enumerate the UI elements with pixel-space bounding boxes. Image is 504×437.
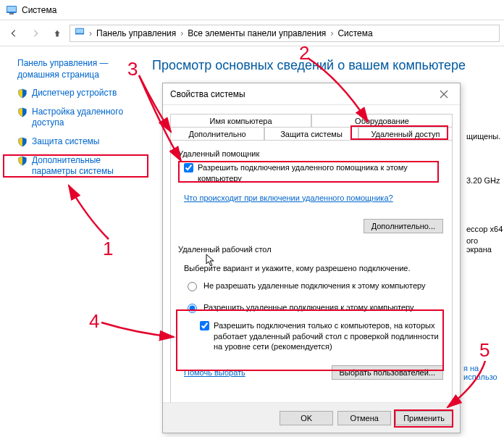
explorer-navbar: › Панель управления › Все элементы панел… — [0, 20, 504, 46]
up-button[interactable] — [48, 24, 67, 43]
system-icon — [6, 4, 17, 16]
rd-allow-input[interactable] — [188, 304, 197, 313]
select-users-button[interactable]: Выбрать пользователей... — [332, 365, 444, 380]
bg-text: щищены. — [466, 132, 500, 141]
rd-deny-label: Не разрешать удаленные подключения к это… — [203, 281, 426, 290]
sidebar: Панель управления — домашняя страница Ди… — [0, 46, 152, 437]
breadcrumb-item[interactable]: Все элементы панели управления — [188, 28, 326, 38]
remote-assist-what-link[interactable]: Что происходит при включении удаленного … — [184, 193, 393, 202]
sidebar-item-label: Дополнительные параметры системы — [32, 155, 145, 178]
cursor-icon — [206, 254, 216, 269]
remote-assist-advanced-button[interactable]: Дополнительно... — [364, 219, 443, 233]
allow-remote-assist-input[interactable] — [184, 163, 193, 172]
shield-icon — [17, 156, 28, 166]
tab-advanced[interactable]: Дополнительно — [170, 127, 264, 141]
sidebar-item-system-protection[interactable]: Защита системы — [17, 136, 145, 148]
rd-prompt: Выберите вариант и укажите, кому разреше… — [184, 264, 443, 272]
rd-deny-input[interactable] — [188, 282, 197, 291]
control-panel-home-link[interactable]: Панель управления — домашняя страница — [17, 58, 145, 80]
rd-allow-radio[interactable]: Разрешить удаленные подключения к этому … — [184, 301, 443, 313]
sidebar-item-label: Защита системы — [32, 136, 99, 148]
dialog-title: Свойства системы — [170, 89, 245, 99]
window-titlebar: Система — [0, 0, 504, 20]
shield-icon — [17, 88, 28, 99]
chevron-right-icon: › — [88, 28, 93, 38]
chevron-right-icon: › — [329, 28, 335, 38]
svg-rect-4 — [76, 29, 84, 33]
tab-remote[interactable]: Удаленный доступ — [358, 127, 453, 141]
sidebar-item-advanced-settings[interactable]: Дополнительные параметры системы — [17, 155, 145, 178]
shield-icon — [17, 107, 28, 117]
svg-rect-2 — [9, 13, 14, 14]
tab-body-remote: Удаленный помощник Разрешить подключения… — [170, 140, 453, 408]
window-title: Система — [22, 5, 56, 15]
system-icon — [75, 27, 85, 39]
apply-button[interactable]: Применить — [395, 411, 453, 425]
forward-button[interactable] — [26, 24, 45, 43]
dialog-footer: OK Отмена Применить — [163, 402, 460, 433]
sidebar-item-remote-settings[interactable]: Настройка удаленного доступа — [17, 107, 145, 129]
rd-allow-label: Разрешить удаленные подключения к этому … — [203, 303, 414, 312]
ok-button[interactable]: OK — [280, 411, 333, 425]
close-button[interactable] — [435, 86, 453, 103]
breadcrumb-item[interactable]: Панель управления — [96, 28, 176, 38]
bg-text: ессор x64 — [466, 225, 503, 233]
address-bar[interactable]: › Панель управления › Все элементы панел… — [70, 25, 500, 42]
rd-deny-radio[interactable]: Не разрешать удаленные подключения к это… — [184, 280, 443, 291]
system-properties-dialog: Свойства системы Имя компьютера Оборудов… — [162, 83, 461, 433]
group-label-remote-assist: Удаленный помощник — [178, 149, 445, 158]
allow-remote-assist-checkbox[interactable]: Разрешить подключения удаленного помощни… — [184, 162, 443, 184]
page-heading: Просмотр основных сведений о вашем компь… — [152, 58, 504, 73]
tab-computer-name[interactable]: Имя компьютера — [170, 114, 311, 128]
sidebar-item-label: Настройка удаленного доступа — [32, 107, 145, 129]
bg-text: ого экрана — [466, 236, 504, 254]
bg-text: 3.20 GHz — [466, 176, 500, 185]
rd-help-link[interactable]: Помочь выбрать — [184, 368, 245, 377]
bg-link[interactable]: я на использо — [463, 364, 504, 381]
tab-system-protection[interactable]: Защита системы — [264, 127, 358, 141]
rd-nla-checkbox[interactable]: Разрешить подключения только с компьютер… — [200, 320, 443, 353]
chevron-right-icon: › — [179, 28, 185, 38]
tab-row-top: Имя компьютера Оборудование — [170, 114, 453, 128]
group-label-remote-desktop: Удаленный рабочий стол — [178, 245, 445, 254]
breadcrumb-item[interactable]: Система — [337, 28, 372, 38]
allow-remote-assist-label: Разрешить подключения удаленного помощни… — [198, 162, 443, 184]
svg-rect-1 — [7, 7, 16, 12]
rd-nla-input[interactable] — [200, 321, 209, 330]
tab-hardware[interactable]: Оборудование — [311, 114, 453, 128]
cancel-button[interactable]: Отмена — [337, 411, 391, 425]
shield-icon — [17, 137, 28, 147]
tab-row-bottom: Дополнительно Защита системы Удаленный д… — [170, 127, 453, 141]
sidebar-item-device-manager[interactable]: Диспетчер устройств — [17, 88, 145, 99]
sidebar-item-label: Диспетчер устройств — [32, 88, 117, 99]
back-button[interactable] — [4, 24, 23, 43]
dialog-titlebar: Свойства системы — [163, 83, 460, 105]
rd-nla-label: Разрешить подключения только с компьютер… — [214, 320, 443, 353]
